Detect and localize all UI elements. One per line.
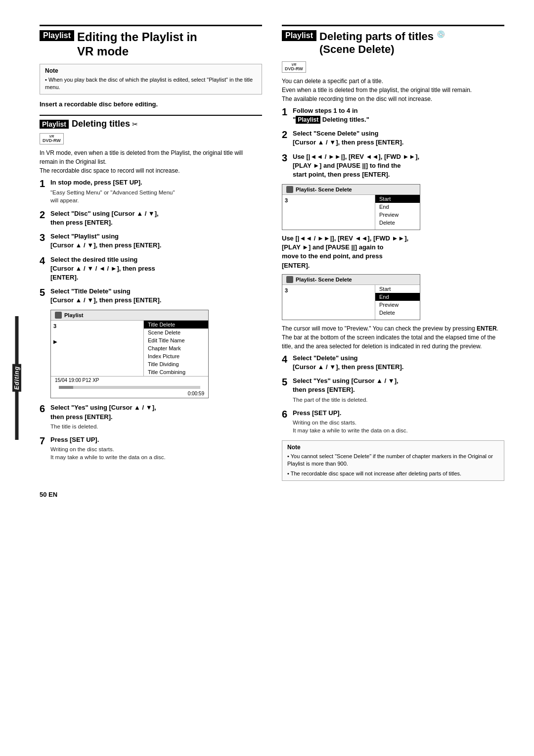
vr-text-left: VR: [49, 135, 54, 138]
screen-footer: 15/04 19:00 P12 XP: [51, 376, 208, 384]
screen-time-value: 0:00:59: [188, 391, 204, 396]
dvd-rw-text-right: DVD-RW: [285, 66, 303, 71]
step-2-num: 2: [40, 210, 50, 220]
scissors-icon: ✂: [132, 120, 138, 128]
scene-screen-2-title: Playlist- Scene Delete: [282, 275, 420, 285]
screen-footer-left: 15/04 19:00 P12 XP: [55, 378, 99, 383]
step-4-main: Select the desired title using[Cursor ▲ …: [50, 255, 262, 283]
menu-edit-title: Edit Title Name: [144, 336, 208, 344]
playlist-badge-sub: Playlist: [40, 120, 69, 129]
step-6-num: 6: [40, 404, 50, 414]
right-note-item-1: • You cannot select "Scene Delete" if th…: [287, 453, 499, 468]
right-step-6: 6 Press [SET UP]. Writing on the disc st…: [282, 409, 504, 434]
screen-number: 3: [53, 323, 141, 329]
right-step-5-main: Select "Yes" using [Cursor ▲ / ▼],then p…: [293, 377, 504, 394]
sub-section-title: Playlist Deleting titles ✂: [40, 115, 262, 129]
left-note-title: Note: [45, 67, 257, 74]
scene-menu2-delete: Delete: [375, 309, 420, 317]
right-step-6-sub: Writing on the disc starts.It may take a…: [293, 419, 504, 434]
right-description: You can delete a specific part of a titl…: [282, 77, 504, 103]
step-4-num: 4: [40, 256, 50, 266]
dvd-logo-left: VR DVD-RW: [40, 133, 262, 144]
right-step-4: 4 Select "Delete" using[Cursor ▲ / ▼], t…: [282, 354, 504, 372]
step-4: 4 Select the desired title using[Cursor …: [40, 255, 262, 283]
right-step-5-sub: The part of the title is deleted.: [293, 396, 504, 404]
page-number: 50 EN: [40, 491, 504, 498]
playlist-badge-main: Playlist: [40, 30, 74, 41]
screen-triangle: ▶: [53, 339, 141, 344]
page-num-value: 50: [40, 491, 46, 498]
scene-menu-delete: Delete: [375, 219, 420, 227]
right-step-2-main: Select "Scene Delete" using[Cursor ▲ / ▼…: [293, 129, 504, 147]
right-step-1: 1 Follow steps 1 to 4 in"Playlist Deleti…: [282, 106, 504, 124]
scene-screen-1-menu: Start End Preview Delete: [375, 195, 420, 230]
menu-index-picture: Index Picture: [144, 352, 208, 360]
step-1-main: In stop mode, press [SET UP].: [50, 178, 262, 187]
sidebar-label: Editing: [12, 364, 21, 392]
menu-title-delete: Title Delete: [144, 321, 208, 329]
left-section-title: Playlist Editing the Playlist inVR mode: [40, 25, 262, 59]
after-screen-text: The cursor will move to "Preview." You c…: [282, 324, 504, 351]
step-5: 5 Select "Title Delete" using[Cursor ▲ /…: [40, 287, 262, 305]
step-7: 7 Press [SET UP]. Writing on the disc st…: [40, 435, 262, 461]
scene-screen-1-title: Playlist- Scene Delete: [282, 185, 420, 195]
scene-menu-start: Start: [375, 195, 420, 203]
step-5-main: Select "Title Delete" using[Cursor ▲ / ▼…: [50, 287, 262, 305]
right-section-title: Playlist Deleting parts of titles(Scene …: [282, 25, 504, 56]
screen-progress-container: [55, 386, 204, 389]
step-1-sub: "Easy Setting Menu" or "Advanced Setting…: [50, 189, 262, 204]
scene-screen-2-icon: [286, 276, 293, 283]
right-step-5-num: 5: [282, 377, 293, 387]
disc-icon-right: 💿: [437, 30, 445, 38]
right-step-4-num: 4: [282, 354, 293, 364]
screen-title-bar: Playlist: [51, 310, 208, 321]
scene-screen-1-number: 3: [285, 197, 372, 203]
scene-screen-2-body: 3 Start End Preview Delete: [282, 285, 420, 320]
scene-menu-preview: Preview: [375, 211, 420, 219]
right-step-1-main: Follow steps 1 to 4 in"Playlist Deleting…: [293, 106, 504, 124]
left-note-box: Note • When you play back the disc of wh…: [40, 64, 262, 95]
scene-screen-1-title-text: Playlist- Scene Delete: [296, 187, 352, 192]
screen-body: 3 ▶ Title Delete Scene Delete Edit Title…: [51, 321, 208, 376]
screen-menu: Title Delete Scene Delete Edit Title Nam…: [144, 321, 208, 376]
dvd-logo-right: VR DVD-RW: [282, 61, 504, 73]
scene-screen-2-number: 3: [285, 287, 372, 293]
screen-left-area: 3 ▶: [51, 321, 144, 376]
step-3-num: 3: [40, 233, 50, 242]
dvd-rw-text-left: DVD-RW: [43, 138, 61, 143]
right-step-3-num: 3: [282, 153, 293, 163]
scene-screen-2-menu: Start End Preview Delete: [375, 285, 420, 320]
menu-scene-delete: Scene Delete: [144, 329, 208, 336]
scene-menu2-start: Start: [375, 285, 420, 293]
scene-screen-2-left: 3: [282, 285, 375, 320]
screen-progress-bar: [59, 386, 73, 389]
step-7-main: Press [SET UP].: [50, 435, 262, 444]
step-1: 1 In stop mode, press [SET UP]. "Easy Se…: [40, 178, 262, 204]
scene-menu-end: End: [375, 203, 420, 211]
screen-time: 0:00:59: [51, 391, 208, 398]
scene-screen-1: Playlist- Scene Delete 3 Start End Previ…: [282, 184, 420, 230]
screen-progress: [59, 386, 200, 389]
playlist-badge-right: Playlist: [282, 30, 316, 41]
right-step-6-num: 6: [282, 409, 293, 419]
step-3-main: Select "Playlist" using[Cursor ▲ / ▼], t…: [50, 232, 262, 250]
screen-title-text: Playlist: [64, 312, 84, 318]
right-step-1-num: 1: [282, 107, 293, 117]
page-num-suffix: EN: [46, 491, 57, 498]
scene-screen-1-body: 3 Start End Preview Delete: [282, 195, 420, 230]
right-step-6-main: Press [SET UP].: [293, 409, 504, 418]
right-step-4-main: Select "Delete" using[Cursor ▲ / ▼], the…: [293, 354, 504, 372]
step-5-num: 5: [40, 287, 50, 297]
left-main-title: Editing the Playlist inVR mode: [77, 30, 197, 59]
right-step-2: 2 Select "Scene Delete" using[Cursor ▲ /…: [282, 129, 504, 147]
left-note-text: • When you play back the disc of which t…: [45, 76, 257, 92]
menu-title-dividing: Title Dividing: [144, 360, 208, 368]
right-step-3-main: Use [|◄◄ / ►►|], [REV ◄◄], [FWD ►►],[PLA…: [293, 152, 504, 180]
right-step-3: 3 Use [|◄◄ / ►►|], [REV ◄◄], [FWD ►►],[P…: [282, 152, 504, 180]
scene-screen-1-left: 3: [282, 195, 375, 230]
scene-menu2-preview: Preview: [375, 301, 420, 309]
scene-screen-1-icon: [286, 186, 293, 193]
right-step-5: 5 Select "Yes" using [Cursor ▲ / ▼],then…: [282, 377, 504, 403]
right-note-box: Note • You cannot select "Scene Delete" …: [282, 440, 504, 481]
step-1-num: 1: [40, 179, 50, 189]
